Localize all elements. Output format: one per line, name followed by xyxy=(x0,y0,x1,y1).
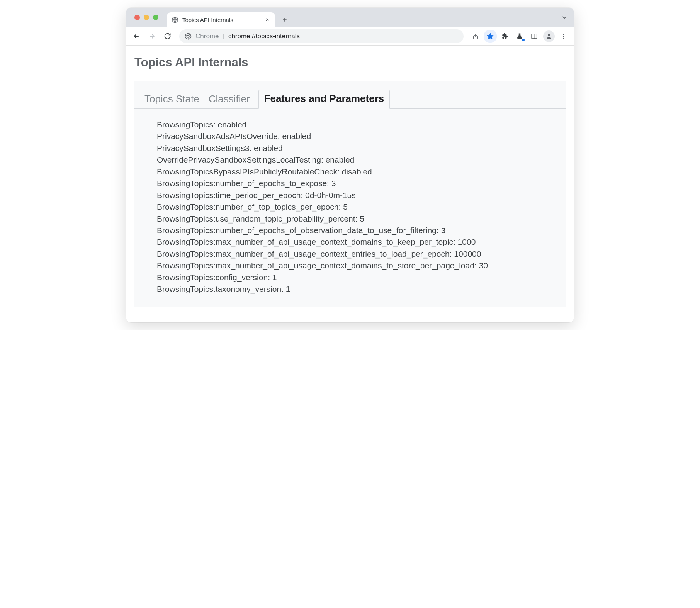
bookmark-star-icon[interactable] xyxy=(484,30,497,43)
reload-button[interactable] xyxy=(161,30,174,43)
svg-point-7 xyxy=(563,34,564,35)
profile-button[interactable] xyxy=(542,30,556,43)
feature-row: BrowsingTopics:max_number_of_api_usage_c… xyxy=(157,236,566,248)
svg-rect-4 xyxy=(532,34,537,39)
browser-tab[interactable]: Topics API Internals xyxy=(167,12,275,27)
labs-icon[interactable] xyxy=(513,30,526,43)
panel-tabs: Topics State Classifier Features and Par… xyxy=(134,81,566,109)
toolbar: Chrome|chrome://topics-internals xyxy=(126,27,574,46)
tab-list-button[interactable] xyxy=(561,14,568,21)
back-button[interactable] xyxy=(130,30,143,43)
tab-features-parameters[interactable]: Features and Parameters xyxy=(258,90,390,109)
address-bar[interactable]: Chrome|chrome://topics-internals xyxy=(179,29,464,43)
close-window-button[interactable] xyxy=(134,15,140,20)
chrome-icon xyxy=(185,33,192,40)
feature-row: BrowsingTopics: enabled xyxy=(157,119,566,130)
forward-button[interactable] xyxy=(145,30,158,43)
close-tab-button[interactable] xyxy=(264,17,270,23)
toolbar-actions xyxy=(469,30,570,43)
tab-strip: Topics API Internals xyxy=(126,8,574,27)
svg-point-8 xyxy=(563,36,564,37)
globe-icon xyxy=(172,16,178,23)
new-tab-button[interactable] xyxy=(279,14,291,25)
feature-row: BrowsingTopics:max_number_of_api_usage_c… xyxy=(157,260,566,271)
feature-row: PrivacySandboxAdsAPIsOverride: enabled xyxy=(157,130,566,142)
feature-row: BrowsingTopics:taxonomy_version: 1 xyxy=(157,283,566,295)
share-icon[interactable] xyxy=(469,30,482,43)
minimize-window-button[interactable] xyxy=(144,15,149,20)
tab-title: Topics API Internals xyxy=(182,17,260,23)
feature-row: PrivacySandboxSettings3: enabled xyxy=(157,142,566,154)
features-list: BrowsingTopics: enabled PrivacySandboxAd… xyxy=(134,109,566,295)
svg-point-6 xyxy=(548,34,550,36)
feature-row: OverridePrivacySandboxSettingsLocalTesti… xyxy=(157,154,566,166)
page-title: Topics API Internals xyxy=(134,56,566,69)
menu-button[interactable] xyxy=(557,30,570,43)
tab-topics-state[interactable]: Topics State xyxy=(144,91,200,109)
maximize-window-button[interactable] xyxy=(153,15,158,20)
svg-point-9 xyxy=(563,37,564,39)
feature-row: BrowsingTopics:use_random_topic_probabil… xyxy=(157,213,566,225)
feature-row: BrowsingTopics:max_number_of_api_usage_c… xyxy=(157,248,566,260)
labs-badge xyxy=(522,39,525,41)
page-content: Topics API Internals Topics State Classi… xyxy=(126,46,574,322)
extensions-icon[interactable] xyxy=(498,30,511,43)
feature-row: BrowsingTopics:config_version: 1 xyxy=(157,272,566,283)
feature-row: BrowsingTopics:time_period_per_epoch: 0d… xyxy=(157,190,566,201)
feature-row: BrowsingTopics:number_of_epochs_of_obser… xyxy=(157,225,566,236)
feature-row: BrowsingTopics:number_of_epochs_to_expos… xyxy=(157,178,566,189)
tab-classifier[interactable]: Classifier xyxy=(208,91,251,109)
panel: Topics State Classifier Features and Par… xyxy=(134,81,566,307)
browser-window: Topics API Internals Chrome|chrom xyxy=(126,8,574,322)
window-controls xyxy=(131,8,167,27)
url-text: Chrome|chrome://topics-internals xyxy=(195,32,300,40)
feature-row: BrowsingTopicsBypassIPIsPubliclyRoutable… xyxy=(157,166,566,178)
side-panel-icon[interactable] xyxy=(528,30,541,43)
feature-row: BrowsingTopics:number_of_top_topics_per_… xyxy=(157,201,566,213)
